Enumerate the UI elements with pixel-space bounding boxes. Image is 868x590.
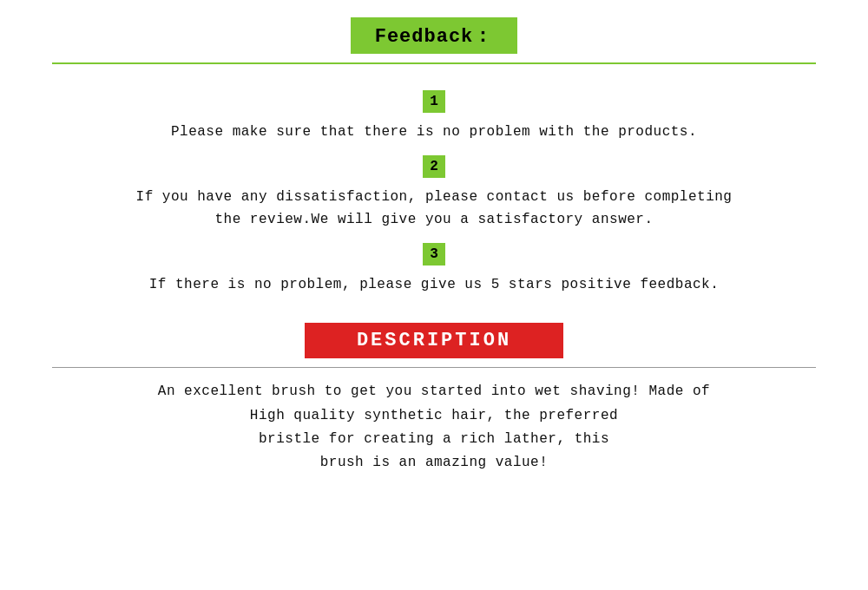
step-2-number: 2 bbox=[423, 155, 445, 178]
desc-line3: bristle for creating a rich lather, this bbox=[259, 431, 609, 447]
feedback-header: Feedback： bbox=[52, 17, 816, 76]
step-2-text: If you have any dissatisfaction, please … bbox=[136, 187, 733, 231]
step-2-text-line1: If you have any dissatisfaction, please … bbox=[136, 189, 733, 205]
step-2-text-line2: the review.We will give you a satisfacto… bbox=[214, 212, 653, 227]
desc-line4: brush is an amazing value! bbox=[320, 455, 549, 470]
description-badge: DESCRIPTION bbox=[305, 323, 563, 358]
feedback-divider bbox=[52, 62, 816, 64]
step-1-text: Please make sure that there is no proble… bbox=[171, 121, 697, 144]
step-3-number: 3 bbox=[423, 243, 445, 266]
desc-line2: High quality synthetic hair, the preferr… bbox=[250, 408, 618, 423]
step-3-text: If there is no problem, please give us 5… bbox=[149, 274, 720, 297]
feedback-badge: Feedback： bbox=[351, 17, 518, 54]
page-container: Feedback： 1 Please make sure that there … bbox=[0, 0, 868, 590]
desc-line1: An excellent brush to get you started in… bbox=[158, 384, 710, 399]
description-divider bbox=[52, 367, 816, 369]
description-section: DESCRIPTION An excellent brush to get yo… bbox=[52, 323, 816, 475]
step-1-number: 1 bbox=[423, 90, 445, 113]
description-text: An excellent brush to get you started in… bbox=[158, 380, 710, 475]
